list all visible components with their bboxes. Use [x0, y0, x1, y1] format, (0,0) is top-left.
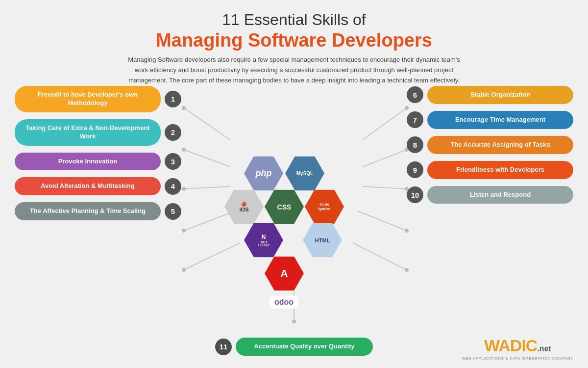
skill-item-6: Stable Organization 6	[407, 86, 573, 104]
skill-label-6: Stable Organization	[427, 86, 573, 104]
skill-label-11: Accentuate Quality over Quantity	[236, 338, 373, 356]
svg-line-4	[184, 186, 230, 189]
page-container: 11 Essential Skills of Managing Software…	[0, 0, 588, 368]
skill-item-8: The Accurate Assigning of Tasks 8	[407, 136, 573, 154]
content-area: Freewill to have Developer's own Methodo…	[0, 81, 588, 368]
skill-number-4: 4	[165, 178, 181, 195]
svg-point-19	[405, 268, 409, 272]
skill-number-6: 6	[407, 86, 423, 103]
hex-codeigniter: CodeIgniter	[305, 189, 344, 224]
hex-php: php	[244, 156, 283, 190]
svg-line-2	[184, 150, 230, 167]
skill-label-8: The Accurate Assigning of Tasks	[427, 136, 573, 154]
title-line1: 11 Essential Skills of	[0, 11, 588, 29]
svg-point-7	[182, 229, 186, 233]
hex-odoo: odoo	[270, 295, 298, 308]
svg-point-1	[182, 106, 186, 110]
right-skills-panel: Stable Organization 6 Encourage Time Man…	[407, 86, 573, 210]
svg-line-6	[184, 211, 235, 231]
skill-number-1: 1	[165, 91, 181, 107]
skill-item-11: 11 Accentuate Quality over Quantity	[215, 338, 373, 356]
skill-label-1: Freewill to have Developer's own Methodo…	[15, 86, 161, 112]
skill-item-9: Friendliness with Developers 9	[407, 161, 573, 179]
svg-point-17	[405, 229, 409, 233]
wadic-logo: WADIC.net WEB APPLICATIONS & DATA INTEGR…	[462, 336, 573, 361]
skill-item-7: Encourage Time Management 7	[407, 111, 573, 129]
hex-mysql: MySQL	[285, 156, 324, 190]
skill-number-7: 7	[407, 111, 423, 128]
skill-number-2: 2	[165, 124, 181, 141]
skill-label-10: Listen and Respond	[427, 186, 573, 204]
svg-line-0	[184, 108, 230, 140]
hex-cluster: php MySQL 🍎 iOS CSS CodeIgnit	[230, 156, 358, 298]
skill-label-2: Taking Care of Extra & Non-Development W…	[15, 119, 161, 146]
title-line2: Managing Software Developers	[0, 30, 588, 51]
skill-item-4: Avoid Alteration & Multitasking 4	[15, 177, 181, 195]
skill-item-2: Taking Care of Extra & Non-Development W…	[15, 119, 181, 146]
skill-label-3: Provoke Innovation	[15, 153, 161, 171]
svg-line-10	[363, 108, 407, 140]
skill-label-9: Friendliness with Developers	[427, 161, 573, 179]
skill-item-3: Provoke Innovation 3	[15, 153, 181, 171]
skill-label-5: The Affective Planning & Time Scaling	[15, 202, 161, 220]
hex-net: N .NET ASP.NET	[244, 223, 283, 257]
skill-item-10: Listen and Respond 10	[407, 186, 573, 204]
hex-angular: A	[265, 256, 304, 290]
skill-number-9: 9	[407, 161, 423, 178]
svg-line-12	[363, 150, 407, 167]
hex-html: HTML	[303, 223, 342, 257]
svg-point-3	[182, 148, 186, 152]
skill-number-8: 8	[407, 136, 423, 153]
svg-line-16	[358, 211, 407, 231]
hex-css: CSS	[265, 189, 304, 224]
skill-number-11: 11	[215, 339, 232, 355]
skill-number-5: 5	[165, 203, 181, 220]
svg-point-5	[182, 187, 186, 191]
wadic-name: WADIC.net	[462, 336, 573, 355]
left-skills-panel: Freewill to have Developer's own Methodo…	[15, 86, 181, 227]
skill-label-4: Avoid Alteration & Multitasking	[15, 177, 161, 195]
header: 11 Essential Skills of Managing Software…	[0, 0, 588, 90]
skill-number-3: 3	[165, 153, 181, 170]
hex-ios: 🍎 iOS	[224, 189, 264, 224]
svg-line-14	[363, 186, 407, 189]
svg-point-21	[292, 319, 296, 323]
svg-line-18	[353, 243, 407, 270]
skill-item-1: Freewill to have Developer's own Methodo…	[15, 86, 181, 112]
skill-label-7: Encourage Time Management	[427, 111, 573, 129]
wadic-subtitle: WEB APPLICATIONS & DATA INTEGRATION COMP…	[462, 356, 573, 361]
svg-point-9	[182, 268, 186, 272]
skill-number-10: 10	[407, 186, 423, 203]
skill-item-5: The Affective Planning & Time Scaling 5	[15, 202, 181, 220]
